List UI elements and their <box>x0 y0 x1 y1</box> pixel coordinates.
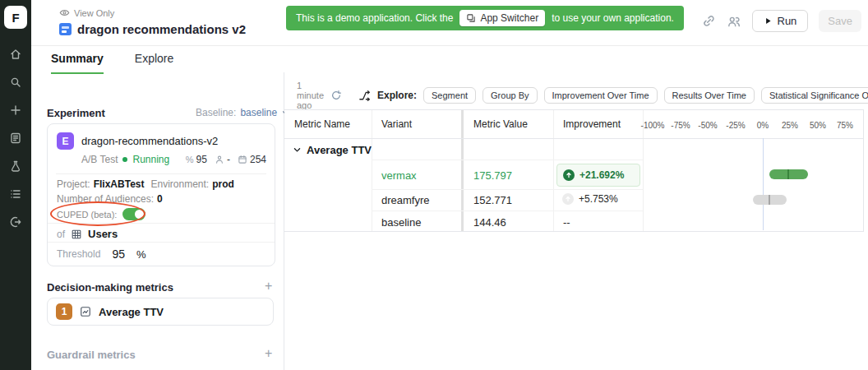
axis-tick: -50% <box>698 121 717 130</box>
document-icon[interactable] <box>9 132 22 145</box>
axis-tick: -25% <box>726 121 745 130</box>
app-switcher-button[interactable]: App Switcher <box>459 10 545 26</box>
view-only-indicator: View Only <box>59 7 114 18</box>
row-divider <box>372 189 643 190</box>
search-icon[interactable] <box>9 76 22 89</box>
card-divider <box>56 173 266 174</box>
chevron-expand-icon <box>293 146 302 155</box>
ci-bar-vermax[interactable] <box>769 169 808 179</box>
status-badge: Running <box>132 154 169 165</box>
axis-tick: 75% <box>837 121 853 130</box>
decision-metric-item[interactable]: 1 Average TTV <box>47 298 274 326</box>
tab-summary[interactable]: Summary <box>51 52 104 74</box>
improvement-value: +21.692% <box>579 169 624 181</box>
days-count: 254 <box>250 154 266 165</box>
baseline-selector[interactable]: Baseline: baseline <box>196 107 289 118</box>
list-icon[interactable] <box>9 187 22 201</box>
row-divider <box>372 210 643 211</box>
axis-tick: -75% <box>671 121 690 130</box>
home-icon[interactable] <box>9 48 22 61</box>
run-button-label: Run <box>778 15 797 27</box>
cuped-toggle[interactable] <box>122 208 145 220</box>
plus-icon[interactable] <box>9 104 22 117</box>
tab-explore[interactable]: Explore <box>135 52 173 74</box>
chip-improvement-over-time[interactable]: Improvement Over Time <box>544 87 658 104</box>
metric-group-label: Average TTV <box>307 144 372 156</box>
save-button[interactable]: Save <box>819 10 861 32</box>
toggle-knob <box>135 210 144 219</box>
experiment-card[interactable]: E dragon-recommendations-v2 A/B Test Run… <box>47 123 275 266</box>
column-divider <box>553 110 554 231</box>
flask-icon[interactable] <box>9 160 22 173</box>
page-title: dragon recommendations v2 <box>77 22 246 36</box>
ci-mean-tick <box>769 195 770 205</box>
neutral-circle-icon <box>562 193 574 205</box>
experiment-icon <box>59 23 72 35</box>
variant-name[interactable]: dreamfyre <box>381 194 430 206</box>
app-logo[interactable]: F <box>4 6 27 29</box>
axis-tick: -100% <box>641 121 665 130</box>
card-divider <box>48 242 275 243</box>
audiences-label: Number of Audiences: <box>57 193 154 205</box>
grid-icon <box>71 229 82 240</box>
improvement-cell-positive[interactable]: +21.692% <box>556 164 640 187</box>
last-updated: 1 minute ago <box>297 81 324 110</box>
ci-mean-tick <box>787 169 789 179</box>
column-divider-thick[interactable] <box>461 110 464 231</box>
view-only-label: View Only <box>74 8 114 18</box>
axis-tick: 0% <box>757 121 769 130</box>
banner-text-after: to use your own application. <box>552 12 674 24</box>
ci-bar-dreamfyre[interactable] <box>753 195 787 205</box>
col-header-variant: Variant <box>381 118 412 130</box>
metric-group-row[interactable]: Average TTV <box>293 144 372 156</box>
experiment-badge: E <box>57 132 74 150</box>
card-divider <box>48 223 275 224</box>
project-value: FlixABTest <box>94 178 145 190</box>
baseline-label: Baseline: <box>196 107 236 118</box>
explore-icon <box>358 90 371 102</box>
experiment-name: dragon-recommendations-v2 <box>81 135 218 147</box>
users-icon[interactable] <box>727 14 741 29</box>
metric-index-badge: 1 <box>56 303 72 320</box>
improvement-chart <box>643 138 863 230</box>
metric-value: 175.797 <box>473 169 512 182</box>
variant-name[interactable]: vermax <box>381 169 417 182</box>
chip-results-over-time[interactable]: Results Over Time <box>664 87 755 104</box>
refresh-icon[interactable] <box>330 90 342 101</box>
results-toolbar: 1 minute ago Explore: Segment Group By I… <box>297 81 868 110</box>
share-link-icon[interactable] <box>702 14 716 28</box>
experiment-heading: Experiment <box>47 107 105 119</box>
left-rail: F <box>0 0 31 370</box>
variant-name[interactable]: baseline <box>381 216 421 229</box>
decision-metrics-heading: Decision-making metrics <box>47 281 173 294</box>
project-label: Project: <box>57 178 90 190</box>
percent-icon: % <box>186 155 194 164</box>
users-count: - <box>227 154 230 165</box>
play-icon <box>764 16 773 25</box>
chip-statistical-significance[interactable]: Statistical Significance Over Time <box>761 87 868 104</box>
arrow-up-circle-icon <box>563 169 575 181</box>
threshold-value[interactable]: 95 <box>112 247 125 261</box>
experiment-type: A/B Test <box>81 154 118 165</box>
improvement-value: +5.753% <box>579 193 618 205</box>
split-percent: 95 <box>196 154 207 165</box>
chip-segment[interactable]: Segment <box>423 87 476 104</box>
app-switcher-icon <box>466 13 476 23</box>
baseline-value: baseline <box>240 107 277 118</box>
banner-text-before: This is a demo application. Click the <box>296 12 453 24</box>
logout-icon[interactable] <box>9 215 22 229</box>
add-guardrail-metric-button[interactable]: + <box>265 348 272 359</box>
unit-selector[interactable]: Users <box>88 228 118 240</box>
demo-banner: This is a demo application. Click the Ap… <box>286 6 684 30</box>
app-switcher-label: App Switcher <box>480 12 538 24</box>
explore-label: Explore: <box>377 90 417 101</box>
metric-chart-icon <box>80 306 91 317</box>
chip-group-by[interactable]: Group By <box>482 87 537 104</box>
add-decision-metric-button[interactable]: + <box>265 280 272 292</box>
metric-name: Average TTV <box>99 306 164 318</box>
run-button[interactable]: Run <box>752 10 809 32</box>
zero-line <box>763 138 764 230</box>
of-label: of <box>57 229 65 240</box>
save-button-label: Save <box>828 15 852 27</box>
axis-tick: 50% <box>810 121 826 130</box>
